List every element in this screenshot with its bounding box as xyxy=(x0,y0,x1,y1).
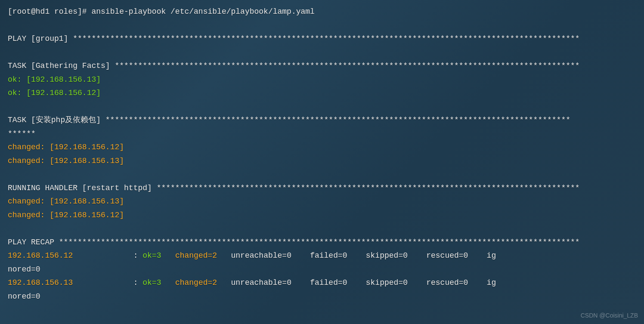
recap-wrap1: nored=0 xyxy=(8,263,636,277)
handler-changed-host1: changed: [192.168.156.13] xyxy=(8,195,636,209)
blank-line xyxy=(8,168,636,182)
task-php-header: TASK [安装php及依赖包] ***********************… xyxy=(8,114,636,127)
gathering-ok-host1: ok: [192.168.156.13] xyxy=(8,73,636,87)
recap-row-2: 192.168.156.13 : ok=3 changed=2 unreacha… xyxy=(8,276,636,290)
blank-line xyxy=(8,46,636,60)
recap-ok2: ok=3 xyxy=(142,278,175,287)
task-php-overflow: ****** xyxy=(8,127,636,141)
recap-ok1: ok=3 xyxy=(142,251,175,260)
command-prompt: [root@hd1 roles]# ansible-playbook /etc/… xyxy=(8,5,636,19)
recap-changed2: changed=2 xyxy=(175,278,231,287)
blank-line xyxy=(8,100,636,114)
play-header: PLAY [group1] **************************… xyxy=(8,32,636,46)
recap-colon2: : xyxy=(73,278,142,287)
recap-colon1: : xyxy=(73,251,142,260)
recap-row-1: 192.168.156.12 : ok=3 changed=2 unreacha… xyxy=(8,249,636,263)
task-gathering-header: TASK [Gathering Facts] *****************… xyxy=(8,59,636,73)
recap-changed1: changed=2 xyxy=(175,251,231,260)
recap-wrap2: nored=0 xyxy=(8,290,636,304)
gathering-ok-host2: ok: [192.168.156.12] xyxy=(8,86,636,100)
watermark: CSDN @Coisini_LZB xyxy=(581,310,638,321)
blank-line xyxy=(8,19,636,33)
recap-host1: 192.168.156.12 xyxy=(8,251,73,260)
recap-rest1: unreachable=0 failed=0 skipped=0 rescued… xyxy=(231,251,496,260)
recap-rest2: unreachable=0 failed=0 skipped=0 rescued… xyxy=(231,278,496,287)
blank-line xyxy=(8,222,636,236)
php-changed-host2: changed: [192.168.156.13] xyxy=(8,154,636,168)
php-changed-host1: changed: [192.168.156.12] xyxy=(8,141,636,154)
handler-changed-host2: changed: [192.168.156.12] xyxy=(8,209,636,222)
recap-header: PLAY RECAP *****************************… xyxy=(8,236,636,250)
recap-host2: 192.168.156.13 xyxy=(8,278,73,287)
handler-header: RUNNING HANDLER [restart httpd] ********… xyxy=(8,182,636,195)
